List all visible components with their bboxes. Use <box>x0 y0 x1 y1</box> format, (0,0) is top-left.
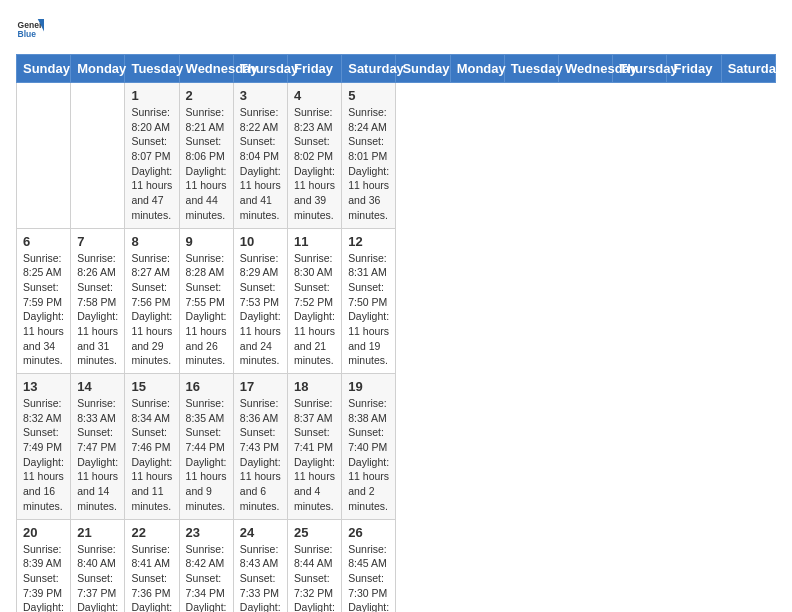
header-monday: Monday <box>71 55 125 83</box>
day-detail: Sunrise: 8:30 AMSunset: 7:52 PMDaylight:… <box>294 251 335 369</box>
day-number: 8 <box>131 234 172 249</box>
day-detail: Sunrise: 8:44 AMSunset: 7:32 PMDaylight:… <box>294 542 335 613</box>
day-number: 12 <box>348 234 389 249</box>
day-detail: Sunrise: 8:35 AMSunset: 7:44 PMDaylight:… <box>186 396 227 514</box>
day-detail: Sunrise: 8:25 AMSunset: 7:59 PMDaylight:… <box>23 251 64 369</box>
day-detail: Sunrise: 8:39 AMSunset: 7:39 PMDaylight:… <box>23 542 64 613</box>
calendar-cell <box>71 83 125 229</box>
day-detail: Sunrise: 8:37 AMSunset: 7:41 PMDaylight:… <box>294 396 335 514</box>
day-number: 24 <box>240 525 281 540</box>
calendar-cell: 2Sunrise: 8:21 AMSunset: 8:06 PMDaylight… <box>179 83 233 229</box>
calendar-cell: 18Sunrise: 8:37 AMSunset: 7:41 PMDayligh… <box>288 374 342 520</box>
day-number: 18 <box>294 379 335 394</box>
day-detail: Sunrise: 8:43 AMSunset: 7:33 PMDaylight:… <box>240 542 281 613</box>
calendar-cell: 17Sunrise: 8:36 AMSunset: 7:43 PMDayligh… <box>233 374 287 520</box>
calendar-week-row: 6Sunrise: 8:25 AMSunset: 7:59 PMDaylight… <box>17 228 776 374</box>
header-sunday: Sunday <box>17 55 71 83</box>
header-friday: Friday <box>667 55 721 83</box>
day-detail: Sunrise: 8:38 AMSunset: 7:40 PMDaylight:… <box>348 396 389 514</box>
day-detail: Sunrise: 8:33 AMSunset: 7:47 PMDaylight:… <box>77 396 118 514</box>
day-number: 15 <box>131 379 172 394</box>
day-number: 2 <box>186 88 227 103</box>
day-detail: Sunrise: 8:42 AMSunset: 7:34 PMDaylight:… <box>186 542 227 613</box>
page-header: General Blue <box>16 16 776 44</box>
calendar-cell: 8Sunrise: 8:27 AMSunset: 7:56 PMDaylight… <box>125 228 179 374</box>
day-detail: Sunrise: 8:29 AMSunset: 7:53 PMDaylight:… <box>240 251 281 369</box>
day-detail: Sunrise: 8:22 AMSunset: 8:04 PMDaylight:… <box>240 105 281 223</box>
calendar-cell: 5Sunrise: 8:24 AMSunset: 8:01 PMDaylight… <box>342 83 396 229</box>
calendar-cell: 24Sunrise: 8:43 AMSunset: 7:33 PMDayligh… <box>233 519 287 612</box>
day-number: 25 <box>294 525 335 540</box>
day-detail: Sunrise: 8:24 AMSunset: 8:01 PMDaylight:… <box>348 105 389 223</box>
day-number: 19 <box>348 379 389 394</box>
day-detail: Sunrise: 8:27 AMSunset: 7:56 PMDaylight:… <box>131 251 172 369</box>
day-detail: Sunrise: 8:26 AMSunset: 7:58 PMDaylight:… <box>77 251 118 369</box>
header-friday: Friday <box>288 55 342 83</box>
header-tuesday: Tuesday <box>504 55 558 83</box>
calendar-cell <box>17 83 71 229</box>
calendar-cell: 14Sunrise: 8:33 AMSunset: 7:47 PMDayligh… <box>71 374 125 520</box>
calendar-cell: 1Sunrise: 8:20 AMSunset: 8:07 PMDaylight… <box>125 83 179 229</box>
day-number: 4 <box>294 88 335 103</box>
day-detail: Sunrise: 8:23 AMSunset: 8:02 PMDaylight:… <box>294 105 335 223</box>
day-detail: Sunrise: 8:32 AMSunset: 7:49 PMDaylight:… <box>23 396 64 514</box>
calendar-week-row: 20Sunrise: 8:39 AMSunset: 7:39 PMDayligh… <box>17 519 776 612</box>
day-number: 9 <box>186 234 227 249</box>
header-saturday: Saturday <box>342 55 396 83</box>
calendar-cell: 22Sunrise: 8:41 AMSunset: 7:36 PMDayligh… <box>125 519 179 612</box>
day-number: 1 <box>131 88 172 103</box>
day-detail: Sunrise: 8:41 AMSunset: 7:36 PMDaylight:… <box>131 542 172 613</box>
day-detail: Sunrise: 8:31 AMSunset: 7:50 PMDaylight:… <box>348 251 389 369</box>
calendar-cell: 7Sunrise: 8:26 AMSunset: 7:58 PMDaylight… <box>71 228 125 374</box>
logo: General Blue <box>16 16 48 44</box>
day-number: 21 <box>77 525 118 540</box>
day-detail: Sunrise: 8:36 AMSunset: 7:43 PMDaylight:… <box>240 396 281 514</box>
day-number: 10 <box>240 234 281 249</box>
calendar-cell: 19Sunrise: 8:38 AMSunset: 7:40 PMDayligh… <box>342 374 396 520</box>
header-saturday: Saturday <box>721 55 775 83</box>
header-wednesday: Wednesday <box>559 55 613 83</box>
day-detail: Sunrise: 8:45 AMSunset: 7:30 PMDaylight:… <box>348 542 389 613</box>
header-sunday: Sunday <box>396 55 450 83</box>
calendar-cell: 12Sunrise: 8:31 AMSunset: 7:50 PMDayligh… <box>342 228 396 374</box>
calendar-cell: 25Sunrise: 8:44 AMSunset: 7:32 PMDayligh… <box>288 519 342 612</box>
header-thursday: Thursday <box>613 55 667 83</box>
logo-icon: General Blue <box>16 16 44 44</box>
calendar-cell: 15Sunrise: 8:34 AMSunset: 7:46 PMDayligh… <box>125 374 179 520</box>
calendar-cell: 23Sunrise: 8:42 AMSunset: 7:34 PMDayligh… <box>179 519 233 612</box>
header-wednesday: Wednesday <box>179 55 233 83</box>
calendar-cell: 9Sunrise: 8:28 AMSunset: 7:55 PMDaylight… <box>179 228 233 374</box>
day-number: 22 <box>131 525 172 540</box>
day-number: 17 <box>240 379 281 394</box>
day-detail: Sunrise: 8:20 AMSunset: 8:07 PMDaylight:… <box>131 105 172 223</box>
calendar-cell: 6Sunrise: 8:25 AMSunset: 7:59 PMDaylight… <box>17 228 71 374</box>
calendar-week-row: 13Sunrise: 8:32 AMSunset: 7:49 PMDayligh… <box>17 374 776 520</box>
calendar-cell: 16Sunrise: 8:35 AMSunset: 7:44 PMDayligh… <box>179 374 233 520</box>
calendar-cell: 11Sunrise: 8:30 AMSunset: 7:52 PMDayligh… <box>288 228 342 374</box>
day-detail: Sunrise: 8:34 AMSunset: 7:46 PMDaylight:… <box>131 396 172 514</box>
day-detail: Sunrise: 8:21 AMSunset: 8:06 PMDaylight:… <box>186 105 227 223</box>
day-number: 26 <box>348 525 389 540</box>
day-number: 20 <box>23 525 64 540</box>
day-number: 7 <box>77 234 118 249</box>
day-number: 5 <box>348 88 389 103</box>
calendar-week-row: 1Sunrise: 8:20 AMSunset: 8:07 PMDaylight… <box>17 83 776 229</box>
calendar-cell: 21Sunrise: 8:40 AMSunset: 7:37 PMDayligh… <box>71 519 125 612</box>
day-number: 23 <box>186 525 227 540</box>
header-monday: Monday <box>450 55 504 83</box>
day-number: 11 <box>294 234 335 249</box>
calendar-cell: 20Sunrise: 8:39 AMSunset: 7:39 PMDayligh… <box>17 519 71 612</box>
day-number: 14 <box>77 379 118 394</box>
calendar-cell: 10Sunrise: 8:29 AMSunset: 7:53 PMDayligh… <box>233 228 287 374</box>
calendar-cell: 4Sunrise: 8:23 AMSunset: 8:02 PMDaylight… <box>288 83 342 229</box>
calendar-cell: 13Sunrise: 8:32 AMSunset: 7:49 PMDayligh… <box>17 374 71 520</box>
calendar-cell: 26Sunrise: 8:45 AMSunset: 7:30 PMDayligh… <box>342 519 396 612</box>
calendar-table: SundayMondayTuesdayWednesdayThursdayFrid… <box>16 54 776 612</box>
day-number: 3 <box>240 88 281 103</box>
day-detail: Sunrise: 8:28 AMSunset: 7:55 PMDaylight:… <box>186 251 227 369</box>
calendar-header-row: SundayMondayTuesdayWednesdayThursdayFrid… <box>17 55 776 83</box>
day-number: 13 <box>23 379 64 394</box>
day-detail: Sunrise: 8:40 AMSunset: 7:37 PMDaylight:… <box>77 542 118 613</box>
header-thursday: Thursday <box>233 55 287 83</box>
day-number: 6 <box>23 234 64 249</box>
